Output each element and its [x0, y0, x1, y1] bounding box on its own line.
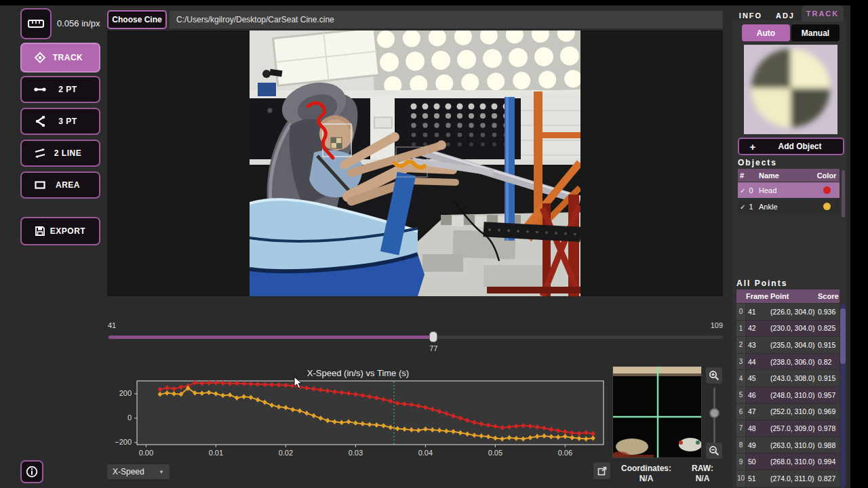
- point-row-index: 7: [736, 420, 745, 436]
- video-frame[interactable]: [250, 30, 580, 296]
- point-row[interactable]: 243(235.0, 304.0)0.915: [736, 337, 840, 353]
- all-points-scrollbar-thumb[interactable]: [840, 308, 846, 364]
- svg-text:0.05: 0.05: [488, 449, 502, 457]
- point-row[interactable]: 849(263.0, 310.0)0.988: [736, 437, 840, 453]
- svg-text:−200: −200: [115, 438, 132, 446]
- all-points-title: All Points: [736, 279, 787, 288]
- info-icon: [26, 466, 38, 478]
- all-points-header: Frame Point Score: [736, 289, 840, 303]
- point-row[interactable]: 1051(274.0, 311.0)0.827: [736, 470, 840, 487]
- manual-mode-button[interactable]: Manual: [791, 24, 840, 41]
- xspeed-chart[interactable]: 2000−2000.000.010.020.030.040.050.06: [107, 365, 609, 461]
- point-row[interactable]: 344(238.0, 306.0)0.82: [736, 354, 840, 370]
- tab-track[interactable]: TRACK: [802, 5, 844, 22]
- point-coords: (230.0, 304.0): [770, 324, 818, 332]
- skylight-panel: [273, 30, 379, 85]
- chart-plot-area: [137, 381, 604, 445]
- object-row-head[interactable]: ✓ 0Head: [738, 182, 840, 198]
- zoom-in-icon: [709, 370, 719, 381]
- point-row-index: 3: [736, 354, 745, 370]
- object-checkbox-num: ✓ 0: [738, 186, 756, 195]
- point-row-index: 0: [736, 304, 745, 320]
- point-coords: (248.0, 310.0): [770, 391, 818, 399]
- tab-info[interactable]: INFO: [735, 8, 766, 23]
- info-button[interactable]: [20, 460, 43, 483]
- tracking-minimap[interactable]: [612, 366, 702, 458]
- point-row[interactable]: 142(230.0, 304.0)0.825: [736, 321, 840, 337]
- point-row[interactable]: 950(268.0, 310.0)0.994: [736, 453, 840, 470]
- timeline-thumb[interactable]: [429, 331, 437, 342]
- save-icon: [33, 226, 47, 237]
- point-row[interactable]: 546(248.0, 310.0)0.957: [736, 387, 840, 403]
- point-coords: (263.0, 310.0): [770, 441, 818, 449]
- point-row-body: 51(274.0, 311.0)0.827: [746, 470, 840, 487]
- tab-adj[interactable]: ADJ: [772, 8, 799, 23]
- zoom-in-button[interactable]: [706, 367, 722, 384]
- object-checkbox: ✓: [740, 203, 745, 211]
- chart-metric-dropdown[interactable]: X-Speed ▼: [107, 464, 170, 479]
- svg-text:0.00: 0.00: [139, 449, 153, 457]
- export-label: EXPORT: [47, 226, 88, 236]
- point-coords: (243.0, 308.0): [770, 374, 818, 382]
- minimap-zoom-thumb[interactable]: [709, 408, 719, 418]
- point-row-index: 1: [736, 321, 745, 337]
- ruler-icon: [28, 18, 44, 29]
- object-color-cell: [814, 203, 840, 210]
- two-point-icon: [33, 86, 47, 93]
- point-row[interactable]: 748(257.0, 309.0)0.978: [736, 420, 840, 436]
- area-tool-button[interactable]: AREA: [20, 171, 100, 199]
- target-marker-image: [744, 45, 837, 134]
- point-row[interactable]: 041(226.0, 304.0)0.936: [736, 304, 840, 320]
- point-frame: 50: [746, 458, 770, 466]
- timeline-start-label: 41: [108, 321, 116, 329]
- track-tool-button[interactable]: TRACK: [20, 43, 100, 73]
- object-color-cell: [814, 186, 840, 194]
- screen-edge: [850, 0, 868, 488]
- point-row[interactable]: 445(243.0, 308.0)0.915: [736, 370, 840, 386]
- two-line-tool-label: 2 LINE: [47, 148, 88, 158]
- scale-button[interactable]: [20, 8, 52, 39]
- auto-mode-button[interactable]: Auto: [742, 24, 790, 41]
- object-checkbox: ✓: [740, 187, 745, 195]
- object-number: 0: [747, 186, 753, 195]
- object-name: Head: [756, 186, 814, 195]
- point-row-body: 46(248.0, 310.0)0.957: [746, 387, 840, 403]
- minimap-image: [613, 367, 702, 458]
- coordinates-label: Coordinates:: [614, 464, 679, 473]
- point-frame: 46: [746, 391, 770, 399]
- svg-text:0.06: 0.06: [558, 449, 572, 457]
- two-point-tool-button[interactable]: 2 PT: [20, 76, 100, 103]
- point-row-index: 8: [736, 437, 745, 453]
- coordinates-value: N/A: [614, 474, 679, 483]
- point-frame: 51: [746, 474, 770, 483]
- object-checkbox-num: ✓ 1: [738, 203, 756, 211]
- point-row-index: 4: [736, 370, 745, 386]
- point-frame: 44: [746, 358, 770, 366]
- plus-icon: +: [739, 141, 766, 152]
- export-button[interactable]: EXPORT: [20, 217, 100, 245]
- chart-title: X-Speed (in/s) vs Time (s): [107, 368, 609, 378]
- point-score: 0.978: [818, 424, 837, 432]
- timeline-slider[interactable]: [108, 336, 723, 339]
- point-row-body: 45(243.0, 308.0)0.915: [746, 370, 840, 386]
- objects-scrollbar[interactable]: [842, 170, 845, 218]
- point-row-body: 50(268.0, 310.0)0.994: [746, 453, 840, 470]
- zoom-out-button[interactable]: [706, 443, 722, 459]
- popout-chart-button[interactable]: [593, 462, 610, 479]
- objects-title: Objects: [738, 158, 777, 167]
- choose-cine-button[interactable]: Choose Cine: [107, 10, 167, 29]
- three-point-tool-button[interactable]: 3 PT: [20, 108, 100, 135]
- object-row-ankle[interactable]: ✓ 1Ankle: [738, 199, 840, 214]
- two-line-icon: [33, 148, 47, 159]
- add-object-button[interactable]: + Add Object: [738, 138, 844, 155]
- cine-path-field[interactable]: C:/Users/kgilroy/Desktop/CarSeat Cine.ci…: [170, 11, 723, 28]
- svg-text:200: 200: [119, 389, 132, 397]
- app-window: 0.056 in/px TRACK 2 PT 3 PT 2 LINE AREA: [0, 5, 850, 488]
- scale-value: 0.056 in/px: [57, 18, 100, 28]
- two-line-tool-button[interactable]: 2 LINE: [20, 140, 100, 167]
- point-row[interactable]: 647(252.0, 310.0)0.969: [736, 404, 840, 420]
- track-tool-label: TRACK: [47, 53, 88, 62]
- two-point-tool-label: 2 PT: [47, 85, 88, 94]
- video-viewer[interactable]: [107, 30, 723, 296]
- point-frame: 49: [746, 441, 770, 449]
